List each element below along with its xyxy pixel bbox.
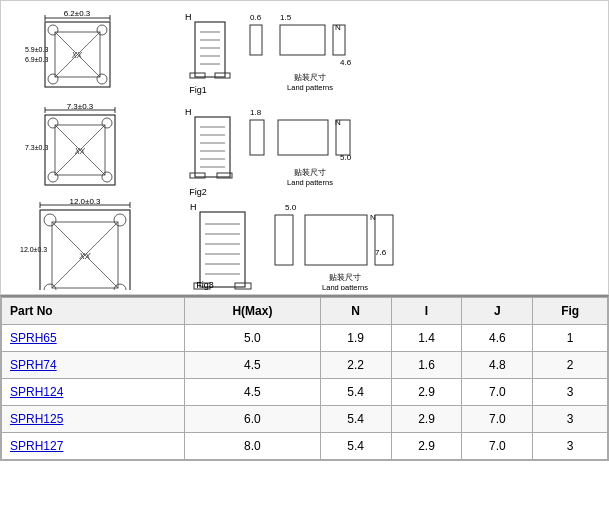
svg-text:1.5: 1.5: [280, 13, 292, 22]
svg-text:1.8: 1.8: [250, 108, 262, 117]
data-table: Part No H(Max) N I J Fig SPRH655.01.91.4…: [0, 295, 609, 461]
svg-point-13: [97, 74, 107, 84]
svg-rect-94: [275, 215, 293, 265]
svg-text:Land patterns: Land patterns: [322, 283, 368, 290]
cell-j: 7.0: [462, 379, 533, 406]
svg-point-12: [48, 74, 58, 84]
svg-text:7.6: 7.6: [375, 248, 387, 257]
table-row: SPRH744.52.21.64.82: [2, 352, 608, 379]
diagram-area: 6.2±0.3 5.9±0.3 6.9±0.3 xx: [0, 0, 609, 295]
cell-j: 4.8: [462, 352, 533, 379]
svg-rect-95: [305, 215, 367, 265]
svg-rect-90: [235, 283, 251, 289]
part-link[interactable]: SPRH65: [10, 331, 57, 345]
svg-text:7.3±0.3: 7.3±0.3: [66, 102, 93, 111]
cell-i: 2.9: [391, 406, 462, 433]
svg-text:Fig3: Fig3: [196, 280, 214, 290]
cell-n: 5.4: [320, 379, 391, 406]
svg-text:贴装尺寸: 贴装尺寸: [329, 273, 361, 282]
svg-text:H: H: [190, 202, 197, 212]
cell-j: 7.0: [462, 433, 533, 460]
svg-text:xx: xx: [74, 145, 86, 156]
cell-i: 2.9: [391, 433, 462, 460]
svg-rect-28: [250, 25, 262, 55]
svg-point-78: [44, 284, 56, 290]
svg-text:贴装尺寸: 贴装尺寸: [294, 73, 326, 82]
svg-point-45: [48, 172, 58, 182]
svg-rect-16: [195, 22, 225, 77]
table-row: SPRH655.01.91.44.61: [2, 325, 608, 352]
svg-text:Fig1: Fig1: [189, 85, 207, 95]
header-fig: Fig: [533, 298, 608, 325]
header-i: I: [391, 298, 462, 325]
table-row: SPRH1244.55.42.97.03: [2, 379, 608, 406]
cell-fig: 2: [533, 352, 608, 379]
svg-text:贴装尺寸: 贴装尺寸: [294, 168, 326, 177]
svg-point-76: [44, 214, 56, 226]
cell-n: 2.2: [320, 352, 391, 379]
svg-text:Land patterns: Land patterns: [287, 178, 333, 187]
cell-fig: 3: [533, 433, 608, 460]
svg-text:Land patterns: Land patterns: [287, 83, 333, 92]
cell-n: 5.4: [320, 406, 391, 433]
table-row: SPRH1278.05.42.97.03: [2, 433, 608, 460]
cell-j: 7.0: [462, 406, 533, 433]
part-link[interactable]: SPRH124: [10, 385, 63, 399]
svg-point-77: [114, 214, 126, 226]
cell-h_max: 6.0: [185, 406, 320, 433]
svg-rect-82: [200, 212, 245, 287]
cell-h_max: 5.0: [185, 325, 320, 352]
part-link[interactable]: SPRH127: [10, 439, 63, 453]
cell-i: 2.9: [391, 379, 462, 406]
svg-point-44: [102, 118, 112, 128]
part-link[interactable]: SPRH74: [10, 358, 57, 372]
svg-text:H: H: [185, 107, 192, 117]
svg-point-43: [48, 118, 58, 128]
cell-fig: 3: [533, 379, 608, 406]
cell-fig: 3: [533, 406, 608, 433]
svg-text:xx: xx: [78, 249, 91, 261]
header-h-max: H(Max): [185, 298, 320, 325]
svg-rect-29: [280, 25, 325, 55]
cell-fig: 1: [533, 325, 608, 352]
svg-rect-62: [278, 120, 328, 155]
cell-h_max: 4.5: [185, 379, 320, 406]
table-row: SPRH1256.05.42.97.03: [2, 406, 608, 433]
header-j: J: [462, 298, 533, 325]
svg-rect-49: [195, 117, 230, 177]
svg-text:5.0: 5.0: [285, 203, 297, 212]
svg-point-46: [102, 172, 112, 182]
svg-point-11: [97, 25, 107, 35]
svg-text:0.6: 0.6: [250, 13, 262, 22]
svg-text:12.0±0.3: 12.0±0.3: [20, 246, 47, 253]
cell-i: 1.4: [391, 325, 462, 352]
svg-point-10: [48, 25, 58, 35]
cell-h_max: 4.5: [185, 352, 320, 379]
svg-text:xx: xx: [71, 49, 83, 60]
header-n: N: [320, 298, 391, 325]
svg-rect-61: [250, 120, 264, 155]
part-link[interactable]: SPRH125: [10, 412, 63, 426]
svg-text:12.0±0.3: 12.0±0.3: [69, 197, 101, 206]
cell-n: 1.9: [320, 325, 391, 352]
svg-text:6.2±0.3: 6.2±0.3: [63, 9, 90, 18]
cell-i: 1.6: [391, 352, 462, 379]
svg-text:N: N: [335, 23, 341, 32]
svg-text:Fig2: Fig2: [189, 187, 207, 197]
svg-point-79: [114, 284, 126, 290]
component-diagram: 6.2±0.3 5.9±0.3 6.9±0.3 xx: [15, 5, 595, 290]
cell-j: 4.6: [462, 325, 533, 352]
cell-n: 5.4: [320, 433, 391, 460]
svg-text:4.6: 4.6: [340, 58, 352, 67]
svg-rect-96: [375, 215, 393, 265]
cell-h_max: 8.0: [185, 433, 320, 460]
table-header-row: Part No H(Max) N I J Fig: [2, 298, 608, 325]
svg-text:H: H: [185, 12, 192, 22]
header-part-no: Part No: [2, 298, 185, 325]
